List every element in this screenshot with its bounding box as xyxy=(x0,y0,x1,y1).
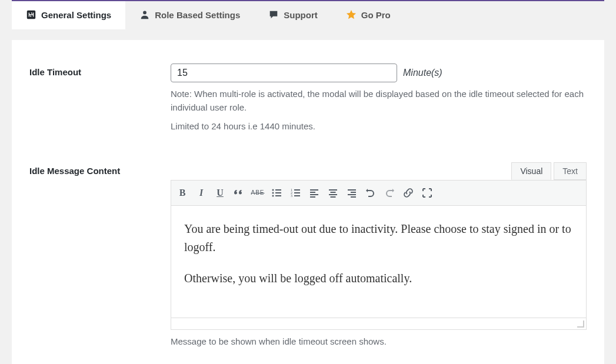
underline-button[interactable]: U xyxy=(211,184,229,202)
blockquote-button[interactable] xyxy=(230,184,248,202)
fullscreen-button[interactable] xyxy=(418,184,436,202)
editor-tab-visual[interactable]: Visual xyxy=(511,162,551,180)
idle-timeout-note-2: Limited to 24 hours i.e 1440 minutes. xyxy=(171,119,587,133)
svg-rect-16 xyxy=(310,194,318,195)
editor-tab-text[interactable]: Text xyxy=(554,162,587,180)
tab-label: Go Pro xyxy=(361,10,391,20)
rich-text-editor: B I U ABE 123 xyxy=(171,179,587,330)
svg-rect-17 xyxy=(310,196,315,198)
editor-statusbar xyxy=(171,318,586,329)
star-icon xyxy=(346,9,357,20)
bullet-list-button[interactable] xyxy=(268,184,285,202)
svg-point-4 xyxy=(272,195,274,196)
svg-rect-14 xyxy=(310,189,318,191)
chat-icon xyxy=(268,9,279,20)
numbered-list-button[interactable]: 123 xyxy=(287,184,304,202)
svg-rect-5 xyxy=(275,189,281,191)
tab-label: Support xyxy=(284,10,318,20)
idle-message-help: Message to be shown when idle timeout sc… xyxy=(171,335,587,348)
align-left-button[interactable] xyxy=(305,184,323,202)
svg-rect-22 xyxy=(348,189,356,191)
message-paragraph-1: You are being timed-out out due to inact… xyxy=(184,220,573,256)
svg-rect-13 xyxy=(294,195,300,196)
italic-button[interactable]: I xyxy=(192,184,210,202)
svg-point-1 xyxy=(143,11,146,15)
svg-rect-11 xyxy=(294,189,300,191)
message-paragraph-2: Otherwise, you will be logged off automa… xyxy=(184,269,573,288)
idle-timeout-label: Idle Timeout xyxy=(29,64,171,77)
svg-rect-24 xyxy=(348,194,356,195)
idle-timeout-input[interactable] xyxy=(171,64,397,82)
svg-rect-23 xyxy=(351,192,356,193)
link-button[interactable] xyxy=(399,184,417,202)
svg-rect-12 xyxy=(294,192,300,193)
svg-rect-20 xyxy=(329,194,337,195)
align-right-button[interactable] xyxy=(343,184,361,202)
svg-point-2 xyxy=(272,189,274,191)
settings-icon xyxy=(26,9,36,20)
bold-button[interactable]: B xyxy=(174,184,191,202)
svg-text:3: 3 xyxy=(291,194,292,198)
tab-label: General Settings xyxy=(41,10,111,20)
settings-tabs: General Settings Role Based Settings Sup… xyxy=(12,1,604,29)
idle-timeout-unit: Minute(s) xyxy=(403,68,442,78)
idle-timeout-note-1: Note: When multi-role is activated, the … xyxy=(171,87,587,115)
svg-rect-6 xyxy=(275,192,281,193)
svg-rect-15 xyxy=(310,192,315,193)
tab-label: Role Based Settings xyxy=(155,10,240,20)
svg-rect-18 xyxy=(329,189,337,191)
strikethrough-button[interactable]: ABE xyxy=(249,184,267,202)
idle-message-label: Idle Message Content xyxy=(29,162,171,176)
tab-support[interactable]: Support xyxy=(254,1,332,29)
user-icon xyxy=(139,9,150,20)
undo-button[interactable] xyxy=(362,184,379,202)
resize-handle-icon[interactable] xyxy=(577,320,585,328)
tab-go-pro[interactable]: Go Pro xyxy=(332,1,405,29)
svg-rect-7 xyxy=(275,195,281,196)
align-center-button[interactable] xyxy=(324,184,342,202)
svg-rect-19 xyxy=(331,192,336,193)
editor-toolbar: B I U ABE 123 xyxy=(171,180,586,206)
editor-content-area[interactable]: You are being timed-out out due to inact… xyxy=(171,206,586,318)
svg-rect-21 xyxy=(331,196,336,198)
settings-panel: Idle Timeout Minute(s) Note: When multi-… xyxy=(12,40,604,364)
svg-point-3 xyxy=(272,192,274,193)
tab-role-based-settings[interactable]: Role Based Settings xyxy=(125,1,254,29)
svg-rect-25 xyxy=(351,196,356,198)
tab-general-settings[interactable]: General Settings xyxy=(12,1,125,29)
redo-button[interactable] xyxy=(381,184,398,202)
